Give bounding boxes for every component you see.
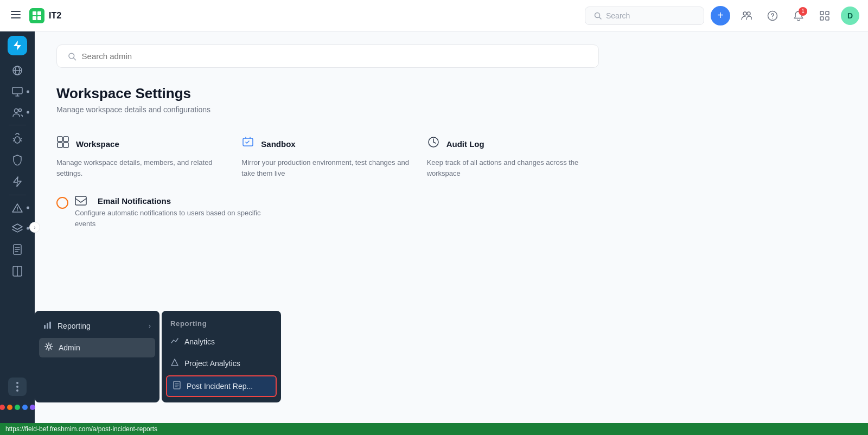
reporting-menu-label: Reporting bbox=[58, 322, 149, 330]
submenu-header: Reporting bbox=[162, 315, 281, 331]
analytics-submenu-icon bbox=[170, 336, 179, 347]
notification-badge: 1 bbox=[799, 7, 807, 16]
post-incident-submenu-item[interactable]: Post Incident Rep... bbox=[166, 375, 277, 397]
sidebar-item-globe[interactable] bbox=[0, 60, 35, 81]
analytics-submenu-label: Analytics bbox=[184, 337, 215, 346]
audit-log-icon bbox=[427, 136, 440, 152]
sidebar-item-bolt[interactable] bbox=[0, 171, 35, 193]
admin-search-container[interactable] bbox=[56, 44, 599, 68]
more-options-button[interactable] bbox=[8, 378, 27, 396]
reporting-menu-item[interactable]: Reporting › bbox=[35, 315, 159, 337]
audit-log-card[interactable]: Audit Log Keep track of all actions and … bbox=[427, 131, 599, 183]
svg-rect-1 bbox=[11, 14, 21, 15]
sidebar-divider-2 bbox=[9, 195, 26, 195]
svg-line-38 bbox=[74, 57, 76, 60]
notification-icon-button[interactable]: 1 bbox=[789, 6, 808, 25]
sidebar-item-docs[interactable] bbox=[0, 239, 35, 260]
project-analytics-icon bbox=[170, 358, 179, 369]
email-notifications-icon bbox=[56, 197, 68, 209]
audit-log-card-header: Audit Log bbox=[427, 136, 599, 152]
svg-marker-50 bbox=[171, 359, 178, 366]
sandbox-card[interactable]: Sandbox Mirror your production environme… bbox=[241, 131, 413, 183]
admin-search-input[interactable] bbox=[82, 52, 588, 61]
color-dots-row bbox=[0, 400, 40, 414]
sidebar-item-alert[interactable] bbox=[0, 197, 35, 218]
svg-rect-39 bbox=[58, 137, 62, 142]
svg-point-25 bbox=[15, 137, 20, 143]
hamburger-button[interactable] bbox=[9, 8, 23, 23]
apps-icon-button[interactable] bbox=[815, 6, 834, 25]
add-icon: + bbox=[717, 9, 724, 22]
svg-rect-42 bbox=[63, 143, 68, 148]
sidebar-item-shield[interactable] bbox=[0, 149, 35, 171]
sidebar-collapse-button[interactable]: › bbox=[29, 222, 40, 233]
sidebar: › bbox=[0, 31, 35, 423]
svg-rect-20 bbox=[12, 87, 22, 94]
add-button[interactable]: + bbox=[711, 6, 730, 25]
svg-rect-46 bbox=[44, 325, 46, 329]
svg-rect-13 bbox=[820, 11, 824, 15]
svg-line-28 bbox=[13, 140, 15, 141]
svg-rect-6 bbox=[37, 16, 41, 20]
team-icon-button[interactable] bbox=[737, 6, 756, 25]
workspace-settings-title: Workspace Settings bbox=[56, 85, 846, 102]
svg-line-29 bbox=[20, 140, 22, 141]
sidebar-lightning-icon[interactable] bbox=[8, 36, 27, 55]
sidebar-item-bug[interactable] bbox=[0, 127, 35, 149]
status-bar: https://field-bef.freshmim.com/a/post-in… bbox=[0, 423, 868, 435]
svg-rect-47 bbox=[47, 323, 48, 329]
settings-grid: Workspace Manage workspace details, memb… bbox=[56, 131, 599, 183]
svg-line-26 bbox=[13, 138, 15, 139]
audit-log-card-title: Audit Log bbox=[446, 139, 484, 149]
svg-rect-0 bbox=[11, 11, 21, 12]
email-notifications-row: Email Notifications Configure automatic … bbox=[56, 196, 273, 229]
svg-rect-14 bbox=[826, 11, 829, 15]
sidebar-item-users[interactable] bbox=[0, 102, 35, 123]
project-analytics-submenu-item[interactable]: Project Analytics bbox=[162, 353, 281, 374]
analytics-submenu-item[interactable]: Analytics bbox=[162, 331, 281, 353]
app-logo-icon bbox=[29, 8, 44, 23]
submenu-panel: Reporting Analytics Project Analytics Po… bbox=[162, 311, 281, 402]
svg-point-12 bbox=[772, 17, 773, 18]
sidebar-item-book[interactable] bbox=[0, 260, 35, 282]
svg-rect-4 bbox=[37, 11, 41, 15]
workspace-card-desc: Manage workspace details, members, and r… bbox=[56, 157, 228, 178]
sidebar-divider-1 bbox=[9, 125, 26, 125]
workspace-icon bbox=[56, 136, 69, 152]
svg-rect-45 bbox=[75, 196, 86, 205]
admin-menu-item[interactable]: Admin bbox=[39, 338, 155, 357]
svg-rect-40 bbox=[63, 137, 68, 142]
svg-rect-2 bbox=[11, 17, 21, 18]
sidebar-item-desktop[interactable] bbox=[0, 81, 35, 102]
top-nav: IT2 Search + 1 D bbox=[0, 0, 868, 31]
global-search-bar[interactable]: Search bbox=[585, 7, 704, 25]
post-incident-label: Post Incident Rep... bbox=[187, 382, 253, 391]
svg-point-24 bbox=[19, 109, 22, 112]
reporting-panel: Reporting › Admin bbox=[35, 311, 159, 402]
user-avatar[interactable]: D bbox=[841, 7, 859, 25]
svg-point-49 bbox=[47, 345, 50, 348]
svg-line-8 bbox=[599, 17, 602, 19]
nav-right: Search + 1 D bbox=[585, 6, 859, 25]
audit-log-card-desc: Keep track of all actions and changes ac… bbox=[427, 157, 599, 178]
svg-rect-15 bbox=[820, 17, 824, 20]
svg-rect-16 bbox=[826, 17, 829, 20]
email-notif-desc: Configure automatic notifications to use… bbox=[75, 208, 273, 229]
svg-line-27 bbox=[20, 138, 22, 139]
admin-menu-label: Admin bbox=[59, 343, 80, 352]
workspace-settings-subtitle: Manage workspace details and configurati… bbox=[56, 105, 846, 114]
workspace-card-header: Workspace bbox=[56, 136, 228, 152]
sandbox-card-title: Sandbox bbox=[261, 139, 295, 149]
sandbox-icon bbox=[241, 136, 254, 152]
workspace-card-title: Workspace bbox=[76, 139, 119, 149]
workspace-card[interactable]: Workspace Manage workspace details, memb… bbox=[56, 131, 228, 183]
svg-point-23 bbox=[15, 109, 18, 113]
nav-left: IT2 bbox=[9, 8, 585, 23]
email-notif-title: Email Notifications bbox=[98, 196, 171, 206]
app-logo: IT2 bbox=[29, 8, 61, 23]
svg-point-10 bbox=[747, 12, 750, 15]
help-icon-button[interactable] bbox=[763, 6, 782, 25]
chevron-right-icon: › bbox=[149, 322, 151, 330]
svg-point-9 bbox=[743, 12, 746, 15]
sandbox-card-desc: Mirror your production environment, test… bbox=[241, 157, 413, 178]
